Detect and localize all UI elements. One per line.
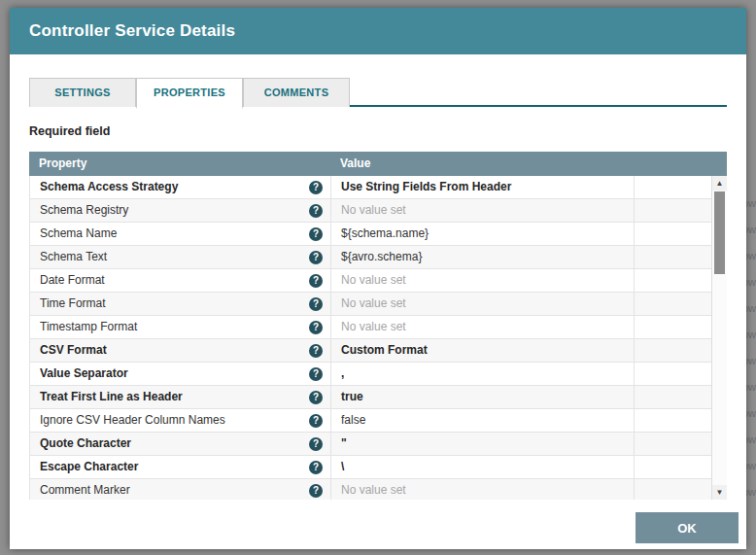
- property-value: ,: [341, 366, 344, 380]
- property-row: Timestamp Format ? No value set: [30, 316, 712, 339]
- column-header-property: Property: [29, 152, 330, 176]
- row-spacer: [635, 433, 712, 456]
- tab-bar: SETTINGS PROPERTIES COMMENTS: [29, 78, 727, 107]
- property-value: false: [341, 413, 365, 427]
- value-cell: \: [331, 456, 635, 479]
- property-name: Escape Character: [40, 456, 138, 478]
- property-value: No value set: [341, 203, 406, 217]
- property-cell: CSV Format ?: [30, 339, 331, 363]
- property-value: No value set: [341, 296, 406, 310]
- property-value: ": [341, 436, 347, 450]
- help-icon[interactable]: ?: [309, 414, 323, 428]
- property-value: No value set: [341, 483, 406, 497]
- scrollbar-up-arrow-icon[interactable]: ▲: [712, 176, 727, 191]
- table-body-viewport: Schema Access Strategy ? Use String Fiel…: [29, 176, 727, 500]
- help-icon[interactable]: ?: [309, 437, 323, 451]
- property-row: Value Separator ? ,: [30, 363, 712, 386]
- property-name: Time Format: [40, 293, 106, 315]
- property-value: Use String Fields From Header: [341, 180, 511, 193]
- property-value: Custom Format: [341, 343, 428, 357]
- row-spacer: [635, 409, 712, 433]
- dialog-title: Controller Service Details: [29, 21, 235, 40]
- help-icon[interactable]: ?: [309, 274, 323, 288]
- help-icon[interactable]: ?: [309, 367, 323, 381]
- value-cell: No value set: [331, 293, 635, 316]
- property-cell: Ignore CSV Header Column Names ?: [30, 409, 331, 433]
- scrollbar-thumb[interactable]: [714, 191, 725, 274]
- property-name: Schema Text: [40, 246, 107, 268]
- help-icon[interactable]: ?: [309, 297, 323, 311]
- property-name: Value Separator: [40, 363, 128, 385]
- help-icon[interactable]: ?: [309, 391, 323, 404]
- property-name: Quote Character: [40, 433, 131, 455]
- controller-service-details-dialog: Controller Service Details SETTINGS PROP…: [10, 8, 746, 549]
- help-icon[interactable]: ?: [309, 484, 323, 498]
- value-cell: true: [331, 386, 635, 409]
- property-name: CSV Format: [40, 339, 107, 362]
- property-cell: Quote Character ?: [30, 433, 331, 456]
- row-spacer: [635, 339, 712, 363]
- row-spacer: [635, 363, 712, 386]
- property-cell: Value Separator ?: [30, 363, 331, 386]
- property-value: ${avro.schema}: [341, 250, 422, 263]
- property-row: Schema Name ? ${schema.name}: [30, 223, 712, 246]
- property-name: Schema Name: [40, 223, 117, 245]
- help-icon[interactable]: ?: [309, 461, 323, 474]
- property-cell: Time Format ?: [30, 293, 331, 316]
- value-cell: Custom Format: [331, 339, 635, 363]
- value-cell: ": [331, 433, 635, 456]
- property-row: Ignore CSV Header Column Names ? false: [30, 409, 712, 433]
- scrollbar-down-arrow-icon[interactable]: ▼: [712, 485, 727, 500]
- help-icon[interactable]: ?: [309, 344, 323, 358]
- help-icon[interactable]: ?: [309, 227, 323, 241]
- property-row: Date Format ? No value set: [30, 269, 712, 293]
- property-name: Treat First Line as Header: [40, 386, 183, 408]
- property-value: ${schema.name}: [341, 226, 429, 240]
- value-cell: No value set: [331, 269, 635, 293]
- help-icon[interactable]: ?: [309, 181, 323, 194]
- help-icon[interactable]: ?: [309, 251, 323, 264]
- property-cell: Schema Registry ?: [30, 199, 331, 223]
- property-row: Treat First Line as Header ? true: [30, 386, 712, 409]
- property-row: Comment Marker ? No value set: [30, 479, 712, 500]
- property-name: Ignore CSV Header Column Names: [40, 409, 225, 432]
- required-field-label: Required field: [29, 124, 727, 138]
- help-icon[interactable]: ?: [309, 204, 323, 218]
- tab-properties[interactable]: PROPERTIES: [136, 78, 243, 109]
- column-header-value: Value: [330, 152, 727, 176]
- row-spacer: [635, 246, 712, 269]
- row-spacer: [635, 293, 712, 316]
- tab-settings[interactable]: SETTINGS: [29, 78, 136, 107]
- row-spacer: [635, 199, 712, 223]
- dialog-body: SETTINGS PROPERTIES COMMENTS Required fi…: [10, 54, 746, 500]
- ok-button[interactable]: OK: [636, 512, 739, 543]
- property-name: Schema Access Strategy: [40, 176, 178, 198]
- property-name: Schema Registry: [40, 199, 128, 222]
- property-row: Schema Access Strategy ? Use String Fiel…: [30, 176, 712, 199]
- property-cell: Schema Name ?: [30, 223, 331, 246]
- value-cell: false: [331, 409, 635, 433]
- value-cell: Use String Fields From Header: [331, 176, 635, 199]
- row-spacer: [635, 479, 712, 500]
- value-cell: ,: [331, 363, 635, 386]
- property-name: Date Format: [40, 269, 105, 292]
- property-name: Timestamp Format: [40, 316, 137, 338]
- property-value: true: [341, 390, 363, 403]
- property-row: Quote Character ? ": [30, 433, 712, 456]
- row-spacer: [635, 223, 712, 246]
- row-spacer: [635, 456, 712, 479]
- tab-comments[interactable]: COMMENTS: [243, 78, 350, 107]
- property-cell: Comment Marker ?: [30, 479, 331, 500]
- row-spacer: [635, 386, 712, 409]
- property-cell: Schema Access Strategy ?: [30, 176, 331, 199]
- property-cell: Treat First Line as Header ?: [30, 386, 331, 409]
- table-scrollbar[interactable]: ▲ ▼: [711, 176, 727, 500]
- property-row: CSV Format ? Custom Format: [30, 339, 712, 363]
- value-cell: No value set: [331, 199, 635, 223]
- help-icon[interactable]: ?: [309, 321, 323, 334]
- property-row: Time Format ? No value set: [30, 293, 712, 316]
- property-name: Comment Marker: [40, 479, 130, 500]
- property-row: Schema Registry ? No value set: [30, 199, 712, 223]
- value-cell: No value set: [331, 479, 635, 500]
- property-cell: Schema Text ?: [30, 246, 331, 269]
